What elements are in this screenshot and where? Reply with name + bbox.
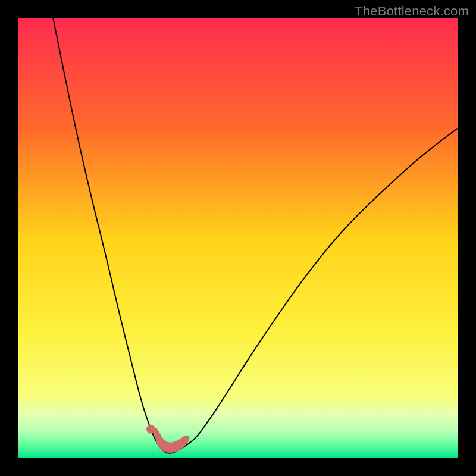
bottleneck-chart — [18, 18, 458, 458]
optimum-marker-dot — [146, 425, 155, 434]
gradient-background — [18, 18, 458, 458]
chart-frame — [18, 18, 458, 458]
watermark-text: TheBottleneck.com — [355, 4, 469, 19]
